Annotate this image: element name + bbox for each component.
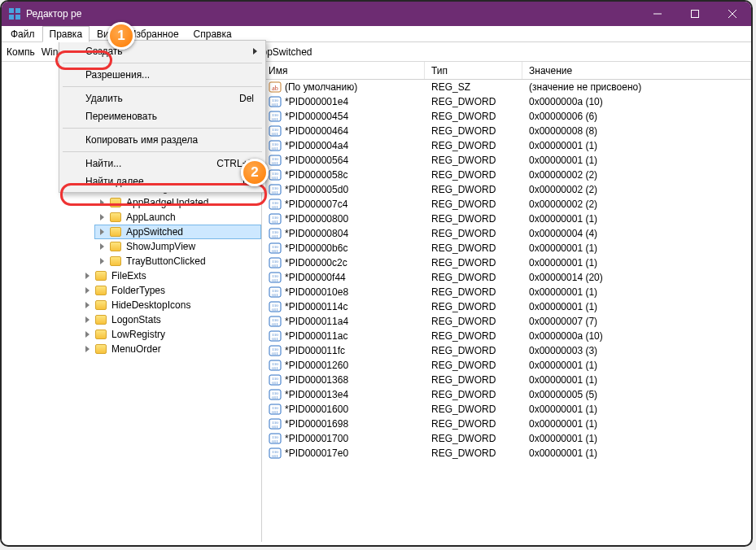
value-data: 0x00000001 (1) [522, 257, 751, 268]
tree-item[interactable]: FolderTypes [80, 283, 261, 298]
menuitem-rename[interactable]: Переименовать [61, 107, 264, 125]
list-row[interactable]: *PID000011acREG_DWORD0x0000000a (10) [262, 329, 751, 343]
chevron-right-icon[interactable] [96, 241, 107, 252]
list-row[interactable]: *PID000005d0REG_DWORD0x00000002 (2) [262, 182, 751, 197]
list-row[interactable]: *PID000004a4REG_DWORD0x00000001 (1) [262, 138, 751, 153]
menuitem-delete[interactable]: Удалить Del [61, 89, 264, 107]
list-row[interactable]: *PID000001e4REG_DWORD0x0000000a (10) [262, 94, 751, 109]
menuitem-find[interactable]: Найти... CTRL+F [61, 155, 264, 172]
minimize-button[interactable] [639, 2, 676, 26]
column-header-name[interactable]: Имя [262, 62, 425, 79]
address-label: Компь [5, 46, 38, 58]
annotation-callout-2: 2 [241, 159, 269, 186]
menu-file[interactable]: Файл [3, 26, 42, 42]
tree-item[interactable]: AppLaunch [94, 210, 261, 225]
menuitem-copy-key-name[interactable]: Копировать имя раздела [61, 131, 264, 149]
menu-edit[interactable]: Правка [42, 26, 90, 42]
menuitem-new[interactable]: Создать [61, 42, 264, 60]
chevron-right-icon[interactable] [81, 343, 93, 355]
value-type: REG_DWORD [425, 213, 522, 225]
list-row[interactable]: *PID000017e0REG_DWORD0x00000001 (1) [262, 446, 751, 461]
value-data: 0x00000001 (1) [522, 404, 751, 415]
column-header-value[interactable]: Значение [522, 62, 751, 79]
value-type: REG_DWORD [425, 360, 522, 371]
tree-item[interactable]: LogonStats [80, 312, 261, 327]
folder-icon [94, 343, 107, 355]
list-row[interactable]: *PID00000564REG_DWORD0x00000001 (1) [262, 153, 751, 168]
list-row[interactable]: *PID0000114cREG_DWORD0x00000001 (1) [262, 299, 751, 314]
chevron-right-icon[interactable] [96, 197, 107, 208]
chevron-right-icon[interactable] [81, 329, 93, 340]
value-name: *PID00001698 [285, 418, 348, 430]
value-type: REG_DWORD [425, 199, 522, 210]
list-row[interactable]: *PID00000c2cREG_DWORD0x00000001 (1) [262, 255, 751, 270]
tree-item[interactable]: ShowJumpView [94, 239, 261, 254]
chevron-right-icon[interactable] [81, 299, 93, 311]
value-name: *PID00000804 [285, 228, 348, 239]
list-row[interactable]: *PID00001260REG_DWORD0x00000001 (1) [262, 358, 751, 373]
tree-item[interactable]: TrayButtonClicked [94, 254, 261, 268]
chevron-right-icon[interactable] [96, 255, 107, 267]
svg-rect-5 [692, 11, 699, 18]
list-row[interactable]: *PID00000f44REG_DWORD0x00000014 (20) [262, 270, 751, 285]
close-button[interactable] [714, 2, 751, 26]
binary-value-icon [269, 403, 282, 416]
list-row[interactable]: *PID000011fcREG_DWORD0x00000003 (3) [262, 343, 751, 358]
list-row[interactable]: *PID00000804REG_DWORD0x00000004 (4) [262, 226, 751, 241]
binary-value-icon [269, 271, 282, 284]
value-name: *PID00000454 [285, 111, 348, 122]
value-data: 0x00000014 (20) [522, 272, 751, 283]
list-row[interactable]: *PID000013e4REG_DWORD0x00000005 (5) [262, 387, 751, 402]
svg-rect-2 [9, 15, 14, 20]
value-name: *PID00001368 [285, 374, 348, 386]
list-row[interactable]: *PID000010e8REG_DWORD0x00000001 (1) [262, 285, 751, 299]
list-row[interactable]: *PID00001700REG_DWORD0x00000001 (1) [262, 431, 751, 446]
list-row[interactable]: *PID00001600REG_DWORD0x00000001 (1) [262, 402, 751, 417]
list-row[interactable]: *PID00001368REG_DWORD0x00000001 (1) [262, 373, 751, 387]
menuitem-label: Удалить [85, 93, 123, 104]
menuitem-permissions[interactable]: Разрешения... [61, 66, 264, 84]
value-data: 0x0000000a (10) [522, 330, 751, 342]
list-row[interactable]: *PID0000058cREG_DWORD0x00000002 (2) [262, 168, 751, 182]
column-header-type[interactable]: Тип [425, 62, 522, 79]
value-type: REG_DWORD [425, 228, 522, 239]
list-row[interactable]: *PID000007c4REG_DWORD0x00000002 (2) [262, 197, 751, 212]
list-row[interactable]: *PID00000800REG_DWORD0x00000001 (1) [262, 212, 751, 226]
menu-separator [63, 151, 262, 152]
value-name: *PID000005d0 [285, 184, 348, 195]
binary-value-icon [269, 300, 282, 313]
value-data: 0x00000001 (1) [522, 213, 751, 225]
value-name: *PID000013e4 [285, 389, 348, 400]
list-row[interactable]: *PID00000454REG_DWORD0x00000006 (6) [262, 109, 751, 124]
chevron-right-icon[interactable] [81, 314, 93, 325]
tree-item[interactable]: AppSwitched [94, 225, 261, 239]
list-row[interactable]: *PID00000b6cREG_DWORD0x00000001 (1) [262, 241, 751, 255]
chevron-right-icon[interactable] [96, 212, 107, 223]
tree-item-label: AppLaunch [125, 212, 177, 223]
window-title: Редактор ре [26, 8, 639, 20]
maximize-button[interactable] [676, 2, 714, 26]
list-row[interactable]: *PID00001698REG_DWORD0x00000001 (1) [262, 417, 751, 431]
annotation-callout-1: 1 [107, 22, 135, 50]
tree-item[interactable]: LowRegistry [80, 327, 261, 342]
value-type: REG_DWORD [425, 111, 522, 122]
binary-value-icon [269, 256, 282, 269]
folder-icon [94, 314, 107, 325]
tree-item[interactable]: HideDesktopIcons [80, 298, 261, 312]
binary-value-icon [269, 447, 282, 460]
tree-item[interactable]: FileExts [80, 268, 261, 283]
tree-item[interactable]: MenuOrder [80, 342, 261, 356]
value-type: REG_DWORD [425, 272, 522, 283]
binary-value-icon [269, 154, 282, 167]
chevron-right-icon[interactable] [81, 285, 93, 296]
tree-item[interactable]: AppBadgeUpdated [94, 195, 261, 210]
chevron-right-icon[interactable] [96, 226, 107, 238]
list-row[interactable]: *PID000011a4REG_DWORD0x00000007 (7) [262, 314, 751, 329]
value-name: *PID000010e8 [285, 286, 348, 298]
chevron-right-icon[interactable] [81, 270, 93, 282]
value-name: *PID000011ac [285, 330, 347, 342]
menuitem-find-next[interactable]: Найти далее F3 [61, 172, 264, 190]
list-rows[interactable]: (По умолчанию)REG_SZ(значение не присвое… [262, 80, 751, 542]
list-row[interactable]: *PID00000464REG_DWORD0x00000008 (8) [262, 124, 751, 138]
list-row[interactable]: (По умолчанию)REG_SZ(значение не присвое… [262, 80, 751, 94]
